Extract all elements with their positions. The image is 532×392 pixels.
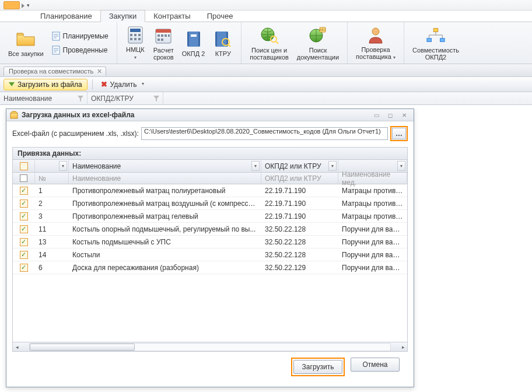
row-checkbox[interactable] (13, 237, 35, 246)
compat-button[interactable]: Совместимость ОКПД2 (409, 23, 463, 63)
grid-header-row-2: № Наименование ОКПД2 или КТРУ Наименован… (13, 173, 407, 184)
row-checkbox[interactable] (13, 186, 35, 195)
row-num: 3 (35, 212, 69, 220)
row-name: Доска для пересаживания (разборная) (69, 264, 261, 272)
svg-rect-16 (158, 38, 160, 41)
cancel-button[interactable]: Отмена (351, 358, 400, 372)
maximize-button[interactable]: ◻ (384, 111, 396, 119)
supplier-check-button[interactable]: Проверка поставщика ▾ (352, 23, 399, 63)
check-all-icon[interactable] (20, 162, 28, 170)
horizontal-scrollbar[interactable]: ◂ ▸ (13, 342, 407, 351)
row-name: Костыль подмышечный с УПС (69, 238, 261, 246)
path-input[interactable]: C:\Users\tester6\Desktop\28.08.2020_Совм… (141, 127, 388, 140)
load-from-file-button[interactable]: Загрузить из файла (4, 79, 88, 90)
filter-row: Наименование ОКПД2/КТРУ (0, 92, 532, 105)
col-num-header[interactable]: ▾ (35, 160, 69, 172)
row-med: Поручни для ванной (338, 264, 407, 272)
col-name-header[interactable]: Наименование▾ (69, 160, 261, 172)
load-excel-dialog: Загрузка данных из excel-файла ▭ ◻ ✕ Exc… (6, 108, 414, 387)
dialog-footer: Загрузить Отмена (12, 352, 408, 382)
dialog-title-text: Загрузка данных из excel-файла (22, 111, 134, 119)
data-grid: ▾ Наименование▾ ОКПД2 или КТРУ▾ ▾ № Наим… (13, 160, 407, 351)
ktru-button[interactable]: КТРУ (209, 23, 236, 63)
close-icon[interactable]: ✕ (97, 68, 102, 75)
price-search-button[interactable]: Поиск цен и поставщиков (246, 23, 292, 63)
table-row[interactable]: 11Костыль опорный подмышечный, регулируе… (13, 223, 407, 236)
col-check-header[interactable] (13, 160, 35, 172)
filter-name[interactable]: Наименование (0, 92, 88, 104)
row-code: 32.50.22.129 (261, 264, 338, 272)
row-code: 32.50.22.128 (261, 251, 338, 259)
checkbox-icon[interactable] (20, 174, 27, 182)
row-num: 14 (35, 251, 69, 259)
svg-rect-13 (161, 34, 163, 37)
row-checkbox[interactable] (13, 212, 35, 220)
folder-icon (16, 29, 36, 49)
svg-rect-30 (433, 28, 438, 32)
table-row[interactable]: 14Костыли32.50.22.128Поручни для ванной (13, 249, 407, 261)
svg-text:ABC: ABC (320, 28, 326, 32)
table-row[interactable]: 2Противопролежневый матрац воздушный (с … (13, 197, 407, 210)
filter-okpd[interactable]: ОКПД2/КТРУ (88, 92, 163, 104)
table-row[interactable]: 6Доска для пересаживания (разборная)32.5… (13, 261, 407, 274)
svg-rect-9 (138, 38, 141, 40)
row-checkbox[interactable] (13, 263, 35, 272)
col-code-sub: ОКПД2 или КТРУ (261, 173, 338, 184)
delete-icon: ✖ (101, 80, 107, 89)
chevron-down-icon: ▾ (142, 81, 144, 86)
document-tab-strip: Проверка на совместимость ✕ (0, 64, 532, 77)
row-checkbox[interactable] (13, 199, 35, 208)
row-code: 22.19.71.190 (261, 200, 338, 208)
col-check-sub[interactable] (13, 173, 35, 184)
doc-search-button[interactable]: ABC Поиск документации (293, 23, 342, 63)
scroll-track[interactable] (29, 343, 391, 351)
tab-planning[interactable]: Планирование (32, 10, 100, 22)
row-name: Костыли (69, 251, 261, 259)
nmck-button[interactable]: НМЦК▾ (122, 23, 149, 63)
table-row[interactable]: 3Противопролежневый матрац гелевый22.19.… (13, 210, 407, 223)
filter-icon (153, 96, 159, 102)
all-purchases-button[interactable]: Все закупки (5, 23, 47, 63)
chevron-down-icon[interactable]: ▾ (328, 161, 337, 171)
diagram-icon (426, 26, 446, 46)
scroll-right-icon[interactable]: ▸ (399, 343, 407, 351)
doc-tab-compatibility[interactable]: Проверка на совместимость ✕ (4, 66, 106, 76)
browse-button[interactable]: … (392, 128, 406, 139)
load-button[interactable]: Загрузить (293, 360, 342, 374)
close-button[interactable]: ✕ (398, 111, 410, 119)
scroll-thumb[interactable] (30, 344, 135, 351)
chevron-down-icon[interactable]: ▾ (59, 161, 67, 171)
filter-name-label: Наименование (4, 94, 52, 103)
price-search-label: Поиск цен и поставщиков (250, 47, 289, 61)
delete-button[interactable]: ✖ Удалить ▾ (97, 79, 148, 90)
row-code: 22.19.71.190 (261, 212, 338, 220)
planned-button[interactable]: Планируемые (48, 30, 112, 43)
col-code-header[interactable]: ОКПД2 или КТРУ▾ (261, 160, 338, 172)
chevron-down-icon[interactable]: ▾ (397, 161, 405, 171)
chevron-down-icon[interactable]: ▾ (251, 161, 260, 171)
tab-other[interactable]: Прочее (199, 10, 242, 22)
row-num: 2 (35, 200, 69, 208)
table-row[interactable]: 13Костыль подмышечный с УПС32.50.22.128П… (13, 236, 407, 249)
row-checkbox[interactable] (13, 225, 35, 233)
load-from-file-label: Загрузить из файла (18, 80, 82, 89)
row-name: Костыль опорный подмышечный, регулируемы… (69, 225, 261, 233)
tab-contracts[interactable]: Контракты (145, 10, 199, 22)
scroll-left-icon[interactable]: ◂ (13, 343, 21, 351)
filter-icon (78, 96, 83, 102)
tab-purchases[interactable]: Закупки (100, 10, 145, 22)
grid-body: 1Противопролежневый матрац полиуретановы… (13, 184, 407, 342)
okpd2-button[interactable]: ОКПД 2 (178, 23, 209, 63)
schedule-button[interactable]: Расчет сроков (150, 23, 177, 63)
row-med: Матрацы противопр (338, 212, 407, 220)
toolbar: Загрузить из файла ✖ Удалить ▾ (0, 77, 532, 92)
minimize-button[interactable]: ▭ (370, 111, 382, 119)
browse-highlight: … (390, 126, 408, 141)
box-icon (10, 111, 18, 119)
conducted-button[interactable]: Проведенные (48, 44, 112, 57)
app-icon[interactable] (4, 1, 20, 9)
row-checkbox[interactable] (13, 250, 35, 259)
svg-rect-7 (130, 38, 132, 40)
titlebar-dropdown-icon[interactable]: ▾ (27, 2, 30, 8)
row-name: Противопролежневый матрац гелевый (69, 212, 261, 220)
